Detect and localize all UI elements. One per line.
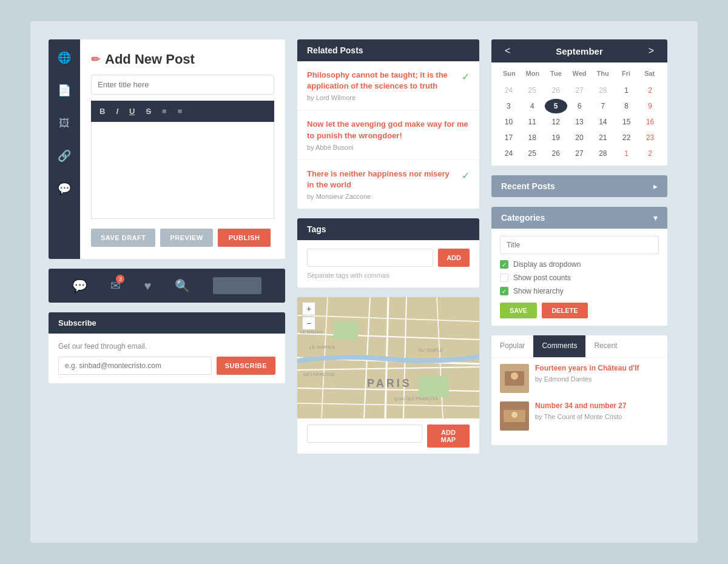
cal-day[interactable]: 20 <box>568 130 591 145</box>
tab-popular[interactable]: Popular <box>491 335 533 357</box>
svg-text:LE MARAIS: LE MARAIS <box>309 344 335 350</box>
subscribe-button[interactable]: SUBSCRIBE <box>217 357 275 375</box>
search-icon[interactable]: 🔍 <box>175 278 190 293</box>
sidebar-icon-comment[interactable]: 💬 <box>55 179 74 198</box>
related-post-3: There is neither happiness nor misery in… <box>297 160 479 209</box>
categories-collapse-icon: ▾ <box>653 213 658 223</box>
cat-checkbox-hierarchy[interactable] <box>500 287 508 295</box>
related-post-3-title[interactable]: There is neither happiness nor misery in… <box>307 169 457 190</box>
sidebar-icon-image[interactable]: 🖼 <box>55 113 74 133</box>
strikethrough-button[interactable]: S <box>143 106 153 117</box>
delete-category-button[interactable]: DELETE <box>542 303 587 318</box>
cal-day[interactable]: 16 <box>639 115 661 129</box>
posts-list: Fourteen years in Château d'If by Edmond… <box>491 358 667 445</box>
map-zoom-in[interactable]: + <box>302 302 315 315</box>
list-button[interactable]: ≡ <box>160 106 169 117</box>
cal-day[interactable]: 27 <box>568 146 591 161</box>
cal-day[interactable]: 25 <box>521 146 544 161</box>
subscribe-header: Subscribe <box>49 312 285 334</box>
icon-bar-box <box>213 277 261 294</box>
right-column: < September > Sun Mon Tue Wed Thu Fri Sa… <box>491 39 667 525</box>
cal-day[interactable]: 18 <box>521 130 544 145</box>
cat-checkbox-row-2: Show post counts <box>500 274 659 282</box>
post-title-input[interactable] <box>91 75 274 95</box>
tags-input[interactable] <box>307 249 433 267</box>
cat-checkbox-dropdown[interactable] <box>500 260 508 269</box>
related-post-1: Philosophy cannot be taught; it is the a… <box>297 61 479 110</box>
cal-day[interactable]: 10 <box>497 115 520 129</box>
cal-day-today[interactable]: 5 <box>545 99 567 113</box>
tab-recent[interactable]: Recent <box>585 335 625 357</box>
calendar-next-button[interactable]: > <box>645 45 658 56</box>
main-container: 🌐 📄 🖼 🔗 💬 ✏ Add New Post B I U S ≡ <box>30 21 698 543</box>
cal-day[interactable]: 12 <box>545 115 567 129</box>
italic-button[interactable]: I <box>113 106 121 117</box>
cal-day[interactable]: 21 <box>592 130 614 145</box>
cal-day[interactable]: 25 <box>521 83 544 98</box>
cal-day[interactable]: 24 <box>497 83 520 98</box>
post-item-1: Fourteen years in Château d'If by Edmond… <box>500 364 659 393</box>
cal-day[interactable]: 2 <box>639 83 661 98</box>
publish-button[interactable]: PUBLISH <box>218 229 271 247</box>
cal-day[interactable]: 3 <box>497 99 520 113</box>
recent-posts-title: Recent Posts <box>501 181 555 191</box>
map-search-input[interactable] <box>307 425 422 443</box>
post-title-1[interactable]: Fourteen years in Château d'If <box>535 364 639 374</box>
calendar-day-names: Sun Mon Tue Wed Thu Fri Sat <box>497 67 661 79</box>
preview-button[interactable]: PREVIEW <box>160 229 212 247</box>
map-controls: + − <box>302 302 315 330</box>
cal-day[interactable]: 15 <box>615 115 638 129</box>
cat-checkbox-counts[interactable] <box>500 274 508 282</box>
mail-icon[interactable]: ✉ 3 <box>110 278 121 293</box>
cal-day[interactable]: 17 <box>497 130 520 145</box>
cal-day[interactable]: 1 <box>615 146 638 161</box>
category-title-input[interactable] <box>500 236 659 254</box>
related-post-2-title[interactable]: Now let the avenging god make way for me… <box>307 119 470 141</box>
categories-header[interactable]: Categories ▾ <box>491 207 667 229</box>
subscribe-input[interactable] <box>58 357 212 375</box>
sidebar-icon-doc[interactable]: 📄 <box>55 81 74 100</box>
related-post-1-title[interactable]: Philosophy cannot be taught; it is the a… <box>307 70 457 92</box>
cal-day[interactable]: 4 <box>521 99 544 113</box>
add-map-button[interactable]: ADD MAP <box>427 425 470 448</box>
add-tag-button[interactable]: ADD <box>438 249 470 267</box>
editor-body[interactable] <box>91 122 274 219</box>
post-title-2[interactable]: Number 34 and number 27 <box>535 401 627 411</box>
post-author-2: by The Count of Monte Cristo <box>535 413 627 420</box>
cal-day[interactable]: 1 <box>615 83 638 98</box>
bold-button[interactable]: B <box>97 106 107 117</box>
underline-button[interactable]: U <box>127 106 137 117</box>
cal-day[interactable]: 26 <box>545 146 567 161</box>
ordered-list-button[interactable]: ≡ <box>175 106 185 117</box>
cal-day[interactable]: 7 <box>592 99 614 113</box>
svg-point-23 <box>511 372 518 380</box>
cal-day[interactable]: 22 <box>615 130 638 145</box>
svg-rect-14 <box>419 376 449 397</box>
cal-day[interactable]: 9 <box>639 99 661 113</box>
cal-day[interactable]: 14 <box>592 115 614 129</box>
map-search-wrap: 🔍 <box>307 425 422 448</box>
cal-day[interactable]: 19 <box>545 130 567 145</box>
cal-day[interactable]: 28 <box>592 83 614 98</box>
cal-day[interactable]: 23 <box>639 130 661 145</box>
cal-day[interactable]: 8 <box>615 99 638 113</box>
comment-icon[interactable]: 💬 <box>72 278 87 293</box>
save-draft-button[interactable]: SAVE DRAFT <box>91 229 155 247</box>
sidebar-icon-link[interactable]: 🔗 <box>55 146 74 166</box>
cal-day[interactable]: 2 <box>639 146 661 161</box>
post-thumb-1 <box>500 364 529 393</box>
recent-posts-header[interactable]: Recent Posts ▸ <box>491 175 667 197</box>
cal-day[interactable]: 27 <box>568 83 591 98</box>
save-category-button[interactable]: SAVE <box>500 303 537 318</box>
cal-day[interactable]: 24 <box>497 146 520 161</box>
cal-day[interactable]: 26 <box>545 83 567 98</box>
cal-day[interactable]: 6 <box>568 99 591 113</box>
heart-icon[interactable]: ♥ <box>144 279 152 293</box>
cal-day[interactable]: 28 <box>592 146 614 161</box>
map-zoom-out[interactable]: − <box>302 317 315 330</box>
sidebar-icon-globe[interactable]: 🌐 <box>55 48 74 67</box>
calendar-prev-button[interactable]: < <box>501 45 514 56</box>
cal-day[interactable]: 13 <box>568 115 591 129</box>
cal-day[interactable]: 11 <box>521 115 544 129</box>
tab-comments[interactable]: Comments <box>533 335 585 357</box>
